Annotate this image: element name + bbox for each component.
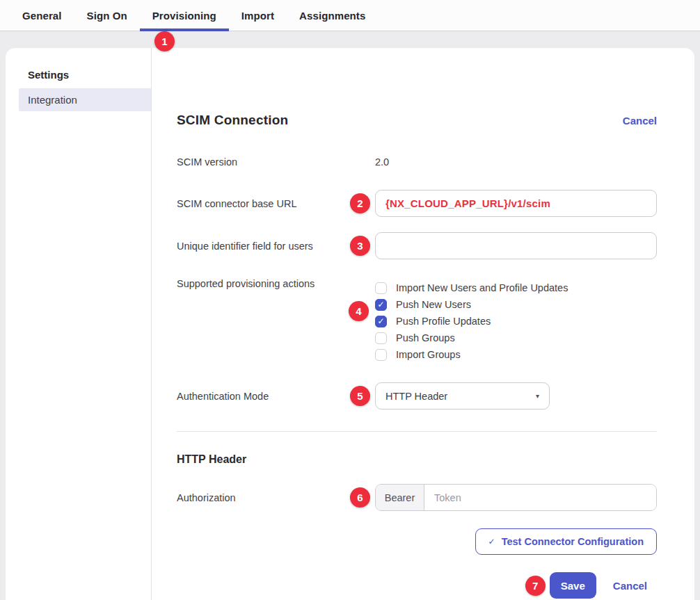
provisioning-actions-label: Supported provisioning actions (177, 278, 375, 289)
base-url-input[interactable] (375, 190, 657, 217)
checkbox-row-import-groups[interactable]: Import Groups (375, 346, 657, 363)
annotation-badge-1: 1 (154, 31, 175, 51)
annotation-badge-3: 3 (350, 236, 370, 256)
checkbox-row-push-profile-updates[interactable]: Push Profile Updates (375, 313, 657, 330)
annotation-badge-6: 6 (350, 487, 370, 508)
annotation-badge-5: 5 (350, 386, 370, 406)
scim-connection-form: SCIM Connection Cancel SCIM version 2.0 … (152, 48, 694, 600)
http-header-section-title: HTTP Header (177, 453, 657, 466)
checkbox-row-import-new-users[interactable]: Import New Users and Profile Updates (375, 279, 657, 296)
checkbox-label: Push New Users (396, 299, 471, 310)
checkbox-import-groups[interactable] (375, 349, 387, 361)
scim-version-value: 2.0 (375, 156, 389, 168)
checkbox-push-groups[interactable] (375, 332, 387, 344)
sidebar-item-integration[interactable]: Integration (19, 88, 151, 111)
scim-version-row: SCIM version 2.0 (177, 156, 657, 168)
annotation-badge-4: 4 (349, 301, 369, 321)
tab-provisioning[interactable]: Provisioning (140, 0, 229, 31)
cancel-link-top[interactable]: Cancel (623, 115, 657, 127)
tab-general[interactable]: General (10, 0, 74, 31)
auth-mode-select[interactable]: HTTP Header ▾ (375, 382, 550, 410)
tab-sign-on[interactable]: Sign On (74, 0, 140, 31)
test-connector-configuration-button[interactable]: ✓ Test Connector Configuration (475, 528, 657, 555)
checkbox-label: Import New Users and Profile Updates (396, 282, 568, 293)
base-url-row: SCIM connector base URL 2 (177, 190, 657, 217)
checkbox-row-push-new-users[interactable]: Push New Users (375, 296, 657, 313)
tab-assignments[interactable]: Assignments (287, 0, 378, 31)
settings-sidebar: Settings Integration (6, 48, 152, 600)
checkbox-push-new-users[interactable] (375, 299, 387, 311)
annotation-badge-2: 2 (350, 193, 370, 213)
auth-mode-label: Authentication Mode (177, 391, 375, 402)
tab-import[interactable]: Import (229, 0, 287, 31)
authorization-input-group: Bearer (375, 484, 657, 511)
provisioning-panel: Settings Integration SCIM Connection Can… (6, 48, 694, 600)
auth-mode-selected-value: HTTP Header (385, 391, 447, 402)
cancel-link-bottom[interactable]: Cancel (613, 580, 647, 592)
test-connector-configuration-label: Test Connector Configuration (502, 536, 644, 547)
authorization-label: Authorization (177, 492, 375, 503)
checkbox-import-new-users[interactable] (375, 282, 387, 294)
annotation-badge-7: 7 (525, 576, 546, 596)
form-title: SCIM Connection (177, 113, 288, 128)
checkbox-row-push-groups[interactable]: Push Groups (375, 330, 657, 346)
unique-id-input[interactable] (375, 232, 657, 259)
checkbox-label: Push Groups (396, 332, 455, 343)
save-button[interactable]: Save (550, 572, 596, 599)
checkbox-label: Import Groups (396, 349, 461, 360)
chevron-down-icon: ▾ (536, 392, 539, 400)
provisioning-actions-row: Supported provisioning actions 4 Import … (177, 278, 657, 363)
section-divider (177, 431, 657, 432)
bearer-prefix: Bearer (376, 485, 424, 510)
base-url-label: SCIM connector base URL (177, 198, 375, 209)
scim-version-label: SCIM version (177, 156, 375, 168)
unique-id-label: Unique identifier field for users (177, 241, 375, 252)
token-input[interactable] (424, 485, 656, 510)
app-tab-bar: General Sign On Provisioning Import Assi… (0, 0, 700, 31)
authorization-row: Authorization 6 Bearer (177, 484, 657, 511)
unique-id-row: Unique identifier field for users 3 (177, 232, 657, 259)
check-icon: ✓ (488, 537, 495, 546)
checkbox-label: Push Profile Updates (396, 316, 491, 327)
sidebar-header: Settings (28, 69, 151, 81)
checkbox-push-profile-updates[interactable] (375, 316, 387, 327)
auth-mode-row: Authentication Mode 5 HTTP Header ▾ (177, 382, 657, 410)
